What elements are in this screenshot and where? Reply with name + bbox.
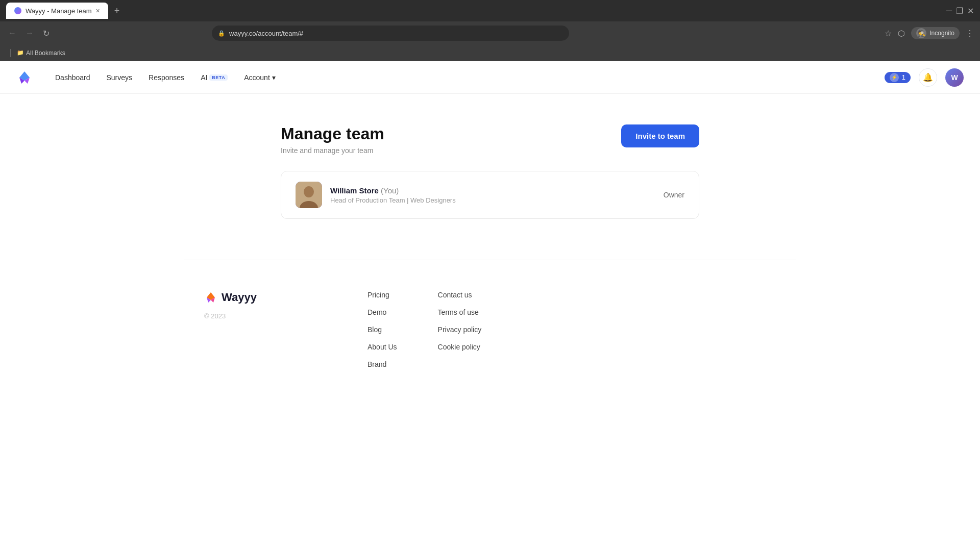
main-content: Manage team Invite and manage your team … (260, 94, 720, 260)
incognito-badge[interactable]: 🕵 Incognito (911, 27, 960, 39)
notification-btn[interactable]: 🔔 (919, 68, 937, 87)
close-btn[interactable]: ✕ (967, 6, 974, 16)
page-header-text: Manage team Invite and manage your team (281, 124, 384, 155)
incognito-label: Incognito (929, 30, 954, 37)
counter-label: 1 (902, 73, 905, 81)
team-member-card: William Store (You) Head of Production T… (281, 171, 699, 219)
bookmarks-folder[interactable]: 📁 All Bookmarks (17, 49, 65, 57)
footer-link-demo[interactable]: Demo (368, 308, 397, 316)
footer: Wayyy © 2023 Pricing Demo Blog About Us … (184, 260, 796, 399)
address-bar-row: ← → ↻ 🔒 wayyy.co/account/team/# ☆ ⬡ 🕵 In… (0, 21, 980, 45)
member-name: William Store (You) (330, 186, 655, 195)
footer-link-pricing[interactable]: Pricing (368, 291, 397, 299)
forward-btn[interactable]: → (23, 27, 36, 40)
nav-ai[interactable]: AI BETA (194, 70, 234, 85)
browser-tab[interactable]: Wayyy - Manage team × (6, 3, 108, 19)
footer-link-privacy[interactable]: Privacy policy (438, 325, 482, 334)
extension-icon[interactable]: ⬡ (898, 29, 905, 38)
member-avatar (296, 182, 322, 208)
nav-dashboard[interactable]: Dashboard (49, 70, 96, 85)
footer-link-cookie[interactable]: Cookie policy (438, 343, 482, 351)
nav-account[interactable]: Account ▾ (238, 70, 282, 85)
browser-chrome: Wayyy - Manage team × + ─ ❐ ✕ (0, 0, 980, 21)
address-bar-actions: ☆ ⬡ 🕵 Incognito ⋮ (885, 27, 974, 39)
reload-btn[interactable]: ↻ (41, 27, 52, 40)
footer-link-contact[interactable]: Contact us (438, 291, 482, 299)
footer-logo-text: Wayyy (222, 291, 257, 304)
footer-links: Pricing Demo Blog About Us Brand Contact… (368, 291, 776, 368)
tab-close-btn[interactable]: × (96, 7, 100, 15)
menu-icon[interactable]: ⋮ (966, 29, 974, 38)
footer-link-blog[interactable]: Blog (368, 325, 397, 334)
avatar-initials: W (951, 73, 958, 82)
footer-col-1: Pricing Demo Blog About Us Brand (368, 291, 397, 368)
footer-col-2: Contact us Terms of use Privacy policy C… (438, 291, 482, 368)
counter-badge[interactable]: ⚡ 1 (885, 72, 911, 83)
window-controls: ─ ❐ ✕ (946, 6, 974, 16)
tab-title: Wayyy - Manage team (26, 7, 92, 15)
footer-brand: Wayyy © 2023 (204, 291, 327, 368)
member-you-label: (You) (381, 186, 399, 195)
url-text: wayyy.co/account/team/# (229, 30, 303, 37)
restore-btn[interactable]: ❐ (956, 6, 963, 16)
page-header: Manage team Invite and manage your team … (281, 124, 699, 155)
app-logo[interactable] (16, 69, 33, 86)
footer-logo: Wayyy (204, 291, 327, 304)
footer-inner: Wayyy © 2023 Pricing Demo Blog About Us … (204, 291, 776, 368)
user-avatar[interactable]: W (945, 68, 964, 87)
bookmarks-label: All Bookmarks (26, 49, 65, 57)
bell-icon: 🔔 (923, 72, 933, 82)
bookmarks-divider (10, 49, 11, 57)
page-subtitle: Invite and manage your team (281, 146, 384, 155)
minimize-btn[interactable]: ─ (946, 6, 952, 16)
address-bar[interactable]: 🔒 wayyy.co/account/team/# (212, 26, 569, 41)
footer-logo-icon (204, 291, 217, 304)
folder-icon: 📁 (17, 49, 24, 56)
app: Dashboard Surveys Responses AI BETA Acco… (0, 61, 980, 551)
top-navigation: Dashboard Surveys Responses AI BETA Acco… (0, 61, 980, 94)
tab-favicon (14, 7, 21, 14)
nav-responses[interactable]: Responses (142, 70, 190, 85)
footer-link-brand[interactable]: Brand (368, 360, 397, 368)
nav-links: Dashboard Surveys Responses AI BETA Acco… (49, 70, 282, 85)
nav-surveys[interactable]: Surveys (101, 70, 139, 85)
page-title: Manage team (281, 124, 384, 143)
account-label: Account (244, 73, 270, 82)
account-chevron-icon: ▾ (272, 73, 276, 82)
lock-icon: 🔒 (218, 30, 225, 37)
invite-to-team-button[interactable]: Invite to team (621, 124, 699, 147)
bookmarks-bar: 📁 All Bookmarks (0, 45, 980, 61)
member-info: William Store (You) Head of Production T… (330, 186, 655, 204)
back-btn[interactable]: ← (6, 27, 18, 40)
nav-right: ⚡ 1 🔔 W (885, 68, 964, 87)
svg-point-1 (304, 186, 314, 197)
footer-link-about[interactable]: About Us (368, 343, 397, 351)
new-tab-btn[interactable]: + (114, 6, 120, 16)
incognito-icon: 🕵 (916, 28, 926, 38)
ai-label: AI (201, 73, 207, 82)
footer-copyright: © 2023 (204, 312, 327, 320)
beta-badge: BETA (209, 74, 228, 81)
counter-icon: ⚡ (890, 73, 899, 82)
footer-link-terms[interactable]: Terms of use (438, 308, 482, 316)
bookmark-icon[interactable]: ☆ (885, 29, 892, 38)
member-badge: Owner (664, 191, 684, 199)
member-role: Head of Production Team | Web Designers (330, 196, 655, 204)
